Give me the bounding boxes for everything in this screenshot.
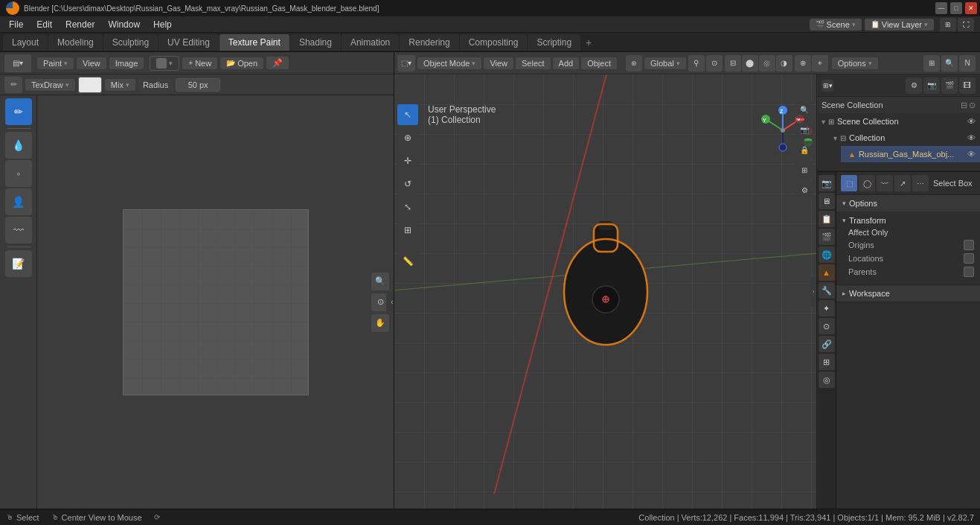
tab-rendering[interactable]: Rendering [400,34,458,51]
rp-icon-1[interactable]: ⚙ [906,77,922,94]
prop-data-icon[interactable]: ⊞ [819,354,835,370]
brush-mode-icon[interactable]: ✏ [4,77,22,93]
camera-btn[interactable]: 📷 [795,121,813,139]
panel-toggle[interactable]: ‹ [386,291,394,314]
tab-animation[interactable]: Animation [342,34,399,51]
material-btn[interactable]: ◎ [759,55,775,71]
n-panel-toggle[interactable]: N [959,55,976,71]
select-menu-vp[interactable]: Select [516,57,551,69]
sb-circle[interactable]: ◯ [859,175,875,191]
right-panel-toggle[interactable]: › [810,277,816,307]
prop-physics-icon[interactable]: ⊙ [819,318,835,334]
outliner-scene-collection[interactable]: ▾ ⊞ Scene Collection 👁 [817,113,980,130]
prop-scene-icon[interactable]: 🎬 [819,229,835,245]
overlay-btn[interactable]: ⊕ [795,55,811,71]
sb-select-box[interactable]: ⬚ [841,175,857,191]
view-menu-vp[interactable]: View [484,57,513,69]
select-tool[interactable]: ↖ [397,104,418,125]
brush-name-btn[interactable]: TexDraw ▾ [25,79,75,91]
locations-checkbox[interactable] [964,253,974,264]
tab-uv-editing[interactable]: UV UV EditingEditing [158,34,219,51]
tab-scripting[interactable]: Scripting [528,34,580,51]
tab-layout[interactable]: Layout [3,34,48,51]
scene-selector[interactable]: 🎬 Scene ▾ [810,19,862,31]
view-menu[interactable]: View [77,57,106,69]
tab-sculpting[interactable]: Sculpting [103,34,158,51]
menu-edit[interactable]: Edit [31,18,58,31]
annotate-tool[interactable]: 📝 [5,250,32,277]
sb-tweak[interactable]: ↗ [894,175,911,191]
prop-render-icon[interactable]: 📷 [819,175,835,191]
texture-canvas[interactable]: 🔍 ⊙ ✋ ‹ [37,95,394,509]
radius-input[interactable]: 50 px [176,78,220,92]
rp-icon-3[interactable]: 🎬 [941,77,958,94]
erase-tool[interactable]: ◦ [5,160,32,187]
blend-mode-dropdown[interactable]: Mix ▾ [105,79,135,91]
scale-tool[interactable]: ⤡ [397,197,418,217]
zoom-in-btn[interactable]: 🔍 [371,273,389,290]
3d-viewport[interactable]: User Perspective (1) Collection ↖ ⊕ ✛ ↺ … [394,74,816,509]
sb-more[interactable]: ⋯ [912,175,929,191]
outliner-collection[interactable]: ▾ ⊟ Collection 👁 [829,130,980,146]
prop-world-icon[interactable]: 🌐 [819,246,835,263]
origins-checkbox[interactable] [964,240,974,250]
options-section-header[interactable]: ▾ Options [836,195,980,211]
measure-tool[interactable]: 📏 [397,251,418,272]
draw-tool[interactable]: ✏ [5,98,32,125]
object-menu-vp[interactable]: Object [581,57,617,69]
snap-btn[interactable]: ⚲ [688,55,705,71]
prop-modifier-icon[interactable]: 🔧 [819,282,835,299]
rotate-tool[interactable]: ↺ [397,174,418,194]
open-button[interactable]: 📂 Open [220,57,263,69]
outliner-object[interactable]: ▲ Russian_Gas_Mask_obj... 👁 [841,146,980,162]
rendered-btn[interactable]: ◑ [776,55,792,71]
view-layer-selector[interactable]: 📋 View Layer ▾ [865,19,934,31]
maximize-button[interactable]: □ [950,2,962,14]
cursor-tool[interactable]: ⊕ [397,127,418,148]
move-tool[interactable]: ✛ [397,150,418,171]
image-menu[interactable]: Image [109,57,144,69]
prop-object-icon[interactable]: ▲ [819,264,835,281]
rp-icon-2[interactable]: 📷 [923,77,940,94]
menu-file[interactable]: File [3,18,29,31]
zoom-in-vp[interactable]: 🔍 [795,101,813,118]
tab-shading[interactable]: Shading [290,34,341,51]
pan-btn[interactable]: ✋ [371,314,389,332]
view-type-btn[interactable]: ⊞ [923,55,940,71]
editor-type-btn[interactable]: ⊞ [940,18,956,31]
rp-editor-icon[interactable]: ⊞▾ [822,80,833,92]
visibility-icon-sc[interactable]: 👁 [967,117,976,126]
editor-type-dropdown[interactable]: ▤▾ [4,54,31,72]
proportional-btn[interactable]: ⊙ [706,55,723,71]
transform-tool[interactable]: ⊞ [397,220,418,241]
menu-render[interactable]: Render [60,18,100,31]
sb-lasso[interactable]: 〰 [877,175,893,191]
fill-tool[interactable]: 💧 [5,132,32,159]
outliner-filter[interactable]: ⊟ [961,101,967,110]
tab-texture-paint[interactable]: Texture Paint [220,34,289,51]
visibility-icon-obj[interactable]: 👁 [967,150,976,159]
prop-view-layer-icon[interactable]: 📋 [819,211,835,227]
vp-editor-type[interactable]: ⬚▾ [397,55,415,71]
color-swatch[interactable] [78,77,102,93]
tab-compositing[interactable]: Compositing [460,34,528,51]
global-dropdown[interactable]: Global ▾ [644,57,686,69]
object-mode-dropdown[interactable]: Object Mode ▾ [417,57,481,69]
smear-tool[interactable]: 〰 [5,217,32,244]
pin-button[interactable]: 📌 [266,57,289,69]
image-preview[interactable]: ▾ [150,56,179,71]
workspace-section-header[interactable]: ▸ Workspace [836,285,980,302]
add-workspace-btn[interactable]: + [581,35,596,50]
wireframe-btn[interactable]: ⊟ [725,55,741,71]
close-button[interactable]: ✕ [965,2,977,14]
scene-btn[interactable]: ⚙ [795,181,813,199]
prop-material-icon[interactable]: ◎ [819,372,835,388]
pivot-icon[interactable]: ⊛ [626,55,642,71]
prop-particles-icon[interactable]: ✦ [819,300,835,316]
lock-btn[interactable]: 🔒 [795,141,813,159]
prop-output-icon[interactable]: 🖥 [819,193,835,209]
search-btn[interactable]: 🔍 [941,55,958,71]
menu-help[interactable]: Help [147,18,178,31]
clone-tool[interactable]: 👤 [5,188,32,215]
tab-modeling[interactable]: Modeling [48,34,103,51]
